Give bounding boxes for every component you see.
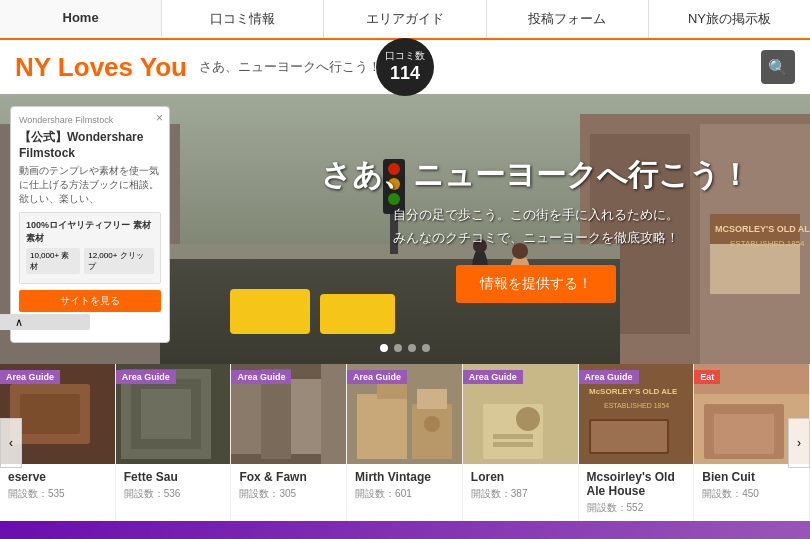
card-review-count: 開設数：601 <box>355 487 454 501</box>
card-info: Bien Cuit 開設数：450 <box>694 464 809 514</box>
chevron-right-icon: › <box>797 436 801 450</box>
card-image: McSORLEY'S OLD ALE ESTABLISHED 1854 Area… <box>579 364 694 464</box>
hero-subtext-1: 自分の足で歩こう。この街を手に入れるために。 <box>321 206 750 224</box>
nav-home[interactable]: Home <box>0 0 162 38</box>
nav-bulletin[interactable]: NY旅の掲示板 <box>649 0 810 38</box>
carousel-dot-1[interactable] <box>380 344 388 352</box>
ad-collapse-button[interactable]: ∧ <box>0 314 90 330</box>
card-review-count: 開設数：536 <box>124 487 223 501</box>
ad-stat-1: 10,000+ 素材 <box>26 248 80 274</box>
card-name: eserve <box>8 470 107 484</box>
hero-cta-button[interactable]: 情報を提供する！ <box>456 265 616 303</box>
search-button[interactable]: 🔍 <box>761 50 795 84</box>
svg-rect-32 <box>20 394 80 434</box>
chevron-left-icon: ‹ <box>9 436 13 450</box>
navigation: Home 口コミ情報 エリアガイド 投稿フォーム NY旅の掲示板 <box>0 0 810 40</box>
svg-rect-58 <box>591 421 667 452</box>
svg-rect-52 <box>493 442 533 447</box>
list-item[interactable]: Area Guide Mirth Vintage 開設数：601 <box>347 364 463 521</box>
card-review-count: 開設数：450 <box>702 487 801 501</box>
card-tag: Area Guide <box>0 370 60 384</box>
svg-rect-43 <box>357 394 407 459</box>
svg-rect-15 <box>230 289 310 334</box>
badge-count: 114 <box>390 62 420 85</box>
card-name: Bien Cuit <box>702 470 801 484</box>
list-item[interactable]: Area Guide Fox & Fawn 開設数：305 <box>231 364 347 521</box>
carousel-dot-4[interactable] <box>422 344 430 352</box>
cards-wrapper: Area Guide eserve 開設数：535 Area Guide Fet… <box>0 364 810 521</box>
card-review-count: 開設数：305 <box>239 487 338 501</box>
card-tag: Area Guide <box>579 370 639 384</box>
svg-rect-40 <box>291 379 321 454</box>
list-item[interactable]: Area Guide Fette Sau 開設数：536 <box>116 364 232 521</box>
card-tag: Area Guide <box>116 370 176 384</box>
card-tag: Area Guide <box>463 370 523 384</box>
nav-post-form[interactable]: 投稿フォーム <box>487 0 649 38</box>
card-info: Loren 開設数：387 <box>463 464 578 514</box>
site-header: NY Loves You さあ、ニューヨークへ行こう！ 口コミ数 114 🔍 <box>0 40 810 94</box>
cards-next-button[interactable]: › <box>788 418 810 468</box>
site-tagline: さあ、ニューヨークへ行こう！ <box>199 58 381 76</box>
svg-point-50 <box>516 407 540 431</box>
advertisement-overlay: Wondershare Filmstock 【公式】Wondershare Fi… <box>10 106 170 343</box>
svg-text:McSORLEY'S OLD ALE: McSORLEY'S OLD ALE <box>589 387 678 396</box>
card-info: Fette Sau 開設数：536 <box>116 464 231 514</box>
ad-inner-box: 100%ロイヤリティフリー 素材素材 10,000+ 素材 12,000+ クリ… <box>19 212 161 284</box>
ad-title: 【公式】Wondershare Filmstock <box>19 129 161 160</box>
card-review-count: 開設数：535 <box>8 487 107 501</box>
carousel-dot-2[interactable] <box>394 344 402 352</box>
site-logo: NY Loves You <box>15 52 187 83</box>
carousel-dot-3[interactable] <box>408 344 416 352</box>
hero-subtext-2: みんなのクチコミで、ニューヨークを徹底攻略！ <box>321 229 750 247</box>
card-image: Area Guide <box>463 364 578 464</box>
hero-section: MCSORLEY'S OLD ALE ESTABLISHED 1854 Wond… <box>0 94 810 364</box>
svg-rect-51 <box>493 434 533 439</box>
card-name: Fox & Fawn <box>239 470 338 484</box>
cards-section: ‹ Area Guide eserve 開設数：535 <box>0 364 810 521</box>
list-item[interactable]: McSORLEY'S OLD ALE ESTABLISHED 1854 Area… <box>579 364 695 521</box>
ad-stat-2: 12,000+ クリップ <box>84 248 154 274</box>
card-info: Mirth Vintage 開設数：601 <box>347 464 462 514</box>
nav-area-guide[interactable]: エリアガイド <box>324 0 486 38</box>
cards-prev-button[interactable]: ‹ <box>0 418 22 468</box>
ad-stats: 10,000+ 素材 12,000+ クリップ <box>26 248 154 274</box>
bottom-advertisement[interactable]: 口コミのマーケティング <box>0 521 810 539</box>
svg-rect-62 <box>714 414 774 454</box>
hero-text-block: さあ、ニューヨークへ行こう！ 自分の足で歩こう。この街を手に入れるために。 みん… <box>321 155 750 303</box>
svg-rect-46 <box>417 389 447 409</box>
ad-cta-button[interactable]: サイトを見る <box>19 290 161 312</box>
list-item[interactable]: Area Guide Loren 開設数：387 <box>463 364 579 521</box>
badge-label: 口コミ数 <box>385 49 425 62</box>
nav-reviews[interactable]: 口コミ情報 <box>162 0 324 38</box>
svg-rect-36 <box>141 389 191 439</box>
ad-source-label: Wondershare Filmstock <box>19 115 161 125</box>
carousel-indicators <box>380 344 430 352</box>
hero-headline: さあ、ニューヨークへ行こう！ <box>321 155 750 196</box>
card-image: Area Guide <box>116 364 231 464</box>
card-info: Mcsoirley's Old Ale House 開設数：552 <box>579 464 694 521</box>
ad-body-text: 動画のテンプレや素材を使一気に仕上げる方法ブックに相談。欲しい、楽しい、 <box>19 164 161 206</box>
ad-close-button[interactable]: × <box>156 111 163 125</box>
card-tag: Area Guide <box>231 370 291 384</box>
card-name: Mirth Vintage <box>355 470 454 484</box>
svg-rect-38 <box>231 374 261 454</box>
card-info: Fox & Fawn 開設数：305 <box>231 464 346 514</box>
card-review-count: 開設数：387 <box>471 487 570 501</box>
ad-inner-title: 100%ロイヤリティフリー 素材素材 <box>26 219 154 245</box>
card-image: Area Guide <box>347 364 462 464</box>
svg-rect-41 <box>321 364 346 464</box>
svg-rect-44 <box>377 384 407 399</box>
card-image: Area Guide <box>231 364 346 464</box>
card-tag: Eat <box>694 370 720 384</box>
search-icon: 🔍 <box>768 58 788 77</box>
card-tag: Area Guide <box>347 370 407 384</box>
card-name: Mcsoirley's Old Ale House <box>587 470 686 498</box>
card-name: Fette Sau <box>124 470 223 484</box>
review-count-badge[interactable]: 口コミ数 114 <box>376 38 434 96</box>
card-review-count: 開設数：552 <box>587 501 686 515</box>
svg-point-47 <box>424 416 440 432</box>
svg-text:ESTABLISHED 1854: ESTABLISHED 1854 <box>604 402 669 409</box>
card-info: eserve 開設数：535 <box>0 464 115 514</box>
card-name: Loren <box>471 470 570 484</box>
